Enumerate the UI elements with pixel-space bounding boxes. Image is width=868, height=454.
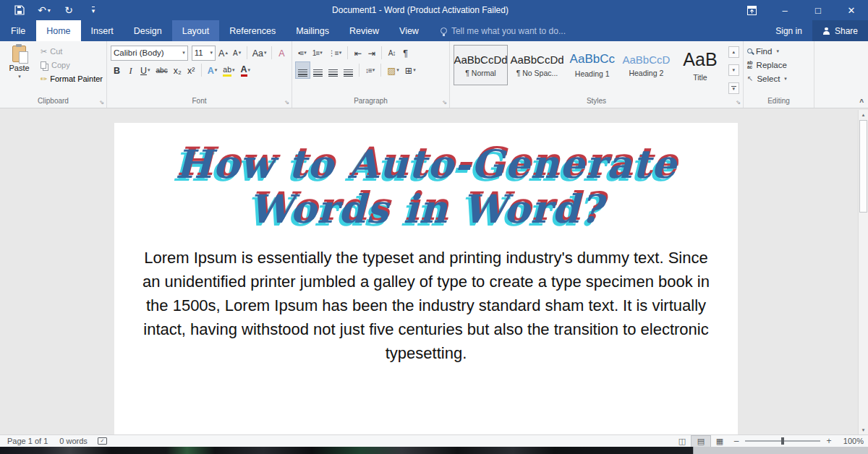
- scroll-up-icon[interactable]: ▴: [859, 110, 868, 119]
- lightbulb-icon: [441, 27, 447, 34]
- close-button[interactable]: ✕: [835, 0, 868, 20]
- tab-file[interactable]: File: [0, 20, 36, 41]
- replace-button[interactable]: abac Replace: [747, 58, 810, 72]
- zoom-slider-thumb[interactable]: [781, 437, 784, 445]
- tab-layout[interactable]: Layout: [172, 20, 220, 41]
- styles-scroll-down-button[interactable]: ▾: [728, 64, 739, 76]
- copy-button[interactable]: Copy: [41, 59, 103, 71]
- select-button[interactable]: ↖ Select ▾: [747, 72, 810, 85]
- ribbon-display-options-icon: [747, 6, 757, 15]
- styles-more-button[interactable]: ▾: [728, 82, 739, 94]
- paragraph-dialog-launcher[interactable]: ⇘: [442, 100, 447, 106]
- highlight-button[interactable]: ab▾: [221, 62, 237, 78]
- find-label: Find: [756, 47, 772, 56]
- paste-button[interactable]: Paste ▾: [4, 44, 35, 95]
- format-painter-button[interactable]: ✏ Format Painter: [41, 73, 103, 85]
- tab-design[interactable]: Design: [124, 20, 172, 41]
- font-dialog-launcher[interactable]: ⇘: [284, 100, 289, 106]
- style-no-spacing[interactable]: AaBbCcDd ¶ No Spac...: [510, 45, 564, 85]
- styles-dialog-launcher[interactable]: ⇘: [736, 100, 741, 106]
- tab-home[interactable]: Home: [36, 20, 80, 41]
- zoom-out-button[interactable]: –: [729, 436, 744, 446]
- customize-qat-button[interactable]: ▾: [81, 1, 106, 19]
- tab-review[interactable]: Review: [339, 20, 389, 41]
- tab-mailings[interactable]: Mailings: [286, 20, 339, 41]
- page-indicator[interactable]: Page 1 of 1: [1, 437, 54, 445]
- undo-button[interactable]: ↶ ▾: [32, 1, 56, 19]
- clipboard-dialog-launcher[interactable]: ⇘: [99, 100, 104, 106]
- change-case-caret-icon: ▾: [264, 47, 267, 59]
- style-normal[interactable]: AaBbCcDd ¶ Normal: [454, 45, 508, 85]
- numbering-button[interactable]: 1≡▾: [310, 45, 325, 61]
- shading-button[interactable]: ▨▾: [385, 62, 401, 78]
- tab-references[interactable]: References: [219, 20, 286, 41]
- subscript-button[interactable]: x₂: [171, 62, 184, 78]
- redo-button[interactable]: ↻: [56, 1, 81, 19]
- decrease-indent-button[interactable]: ⇤: [352, 45, 364, 61]
- tab-view[interactable]: View: [389, 20, 429, 41]
- align-right-button[interactable]: [326, 62, 340, 78]
- borders-button[interactable]: ⊞▾: [403, 62, 418, 78]
- document-page[interactable]: How to Auto-Generate Words in Word? Lore…: [114, 123, 738, 434]
- shrink-font-button[interactable]: A▾: [231, 45, 243, 61]
- style-heading2[interactable]: AaBbCcD Heading 2: [621, 45, 673, 85]
- font-color-caret-icon: ▾: [248, 64, 251, 76]
- styles-scroll-up-button[interactable]: ▴: [728, 46, 739, 58]
- web-layout-button[interactable]: ▦: [710, 436, 729, 447]
- vertical-scrollbar[interactable]: ▴ ▾: [858, 110, 868, 434]
- increase-indent-button[interactable]: ⇥: [365, 45, 378, 61]
- grow-font-button[interactable]: A▴: [217, 45, 229, 61]
- multilevel-list-button[interactable]: ⋮≡▾: [326, 45, 344, 61]
- proofing-icon[interactable]: ✓: [98, 437, 107, 445]
- scrollbar-thumb[interactable]: [859, 120, 867, 213]
- find-button[interactable]: Find ▾: [747, 44, 810, 58]
- italic-button[interactable]: I: [124, 62, 137, 78]
- minimize-button[interactable]: –: [768, 0, 801, 20]
- save-button[interactable]: [7, 1, 32, 19]
- ribbon-display-options-button[interactable]: [735, 0, 768, 20]
- style-title[interactable]: AaB Title: [674, 45, 726, 85]
- maximize-button[interactable]: □: [801, 0, 835, 20]
- sort-button[interactable]: A↕: [386, 45, 398, 61]
- cut-button[interactable]: ✂ Cut: [41, 46, 103, 57]
- grow-caret-icon: ▴: [225, 47, 228, 59]
- word-count[interactable]: 0 words: [54, 437, 93, 445]
- tab-insert[interactable]: Insert: [81, 20, 124, 41]
- font-name-combobox[interactable]: Calibri (Body) ▾: [111, 46, 188, 61]
- align-center-button[interactable]: [311, 62, 325, 78]
- shading-icon: ▨: [387, 65, 396, 77]
- zoom-in-button[interactable]: +: [822, 436, 836, 446]
- scroll-down-icon[interactable]: ▾: [859, 425, 868, 434]
- bold-button[interactable]: B: [111, 62, 123, 78]
- style-heading1[interactable]: AaBbCc Heading 1: [566, 45, 618, 85]
- underline-button[interactable]: U▾: [138, 62, 153, 78]
- format-painter-label: Format Painter: [50, 74, 103, 83]
- clear-formatting-button[interactable]: A: [276, 45, 288, 61]
- undo-dropdown-icon[interactable]: ▾: [48, 7, 51, 14]
- text-effects-button[interactable]: A▾: [205, 62, 220, 78]
- bullets-button[interactable]: •≡▾: [296, 45, 309, 61]
- editing-group: Find ▾ abac Replace ↖ Select ▾ Editing: [744, 41, 814, 108]
- paste-dropdown-icon[interactable]: ▾: [18, 74, 21, 80]
- tabrow-spacer: [566, 20, 765, 41]
- line-spacing-button[interactable]: ↕≡▾: [363, 62, 377, 78]
- align-left-button[interactable]: [296, 62, 310, 78]
- sign-in-button[interactable]: Sign in: [765, 20, 812, 41]
- zoom-slider[interactable]: [745, 440, 820, 442]
- zoom-percentage[interactable]: 100%: [836, 437, 864, 445]
- font-color-button[interactable]: A▾: [239, 62, 253, 78]
- tell-me-box[interactable]: Tell me what you want to do...: [441, 20, 566, 41]
- justify-button[interactable]: [341, 62, 355, 78]
- collapse-ribbon-button[interactable]: ^: [859, 98, 864, 106]
- font-size-combobox[interactable]: 11 ▾: [192, 46, 216, 61]
- superscript-button[interactable]: x²: [185, 62, 197, 78]
- change-case-button[interactable]: Aa▾: [251, 45, 268, 61]
- share-button[interactable]: Share: [812, 20, 868, 41]
- borders-caret-icon: ▾: [413, 64, 416, 76]
- show-paragraph-marks-button[interactable]: ¶: [399, 45, 412, 61]
- select-arrow-icon: ↖: [747, 74, 753, 82]
- print-layout-button[interactable]: ▤: [692, 436, 710, 447]
- style-normal-name: ¶ Normal: [465, 69, 495, 77]
- strikethrough-button[interactable]: abc: [154, 62, 170, 78]
- read-mode-button[interactable]: ◫: [673, 436, 692, 447]
